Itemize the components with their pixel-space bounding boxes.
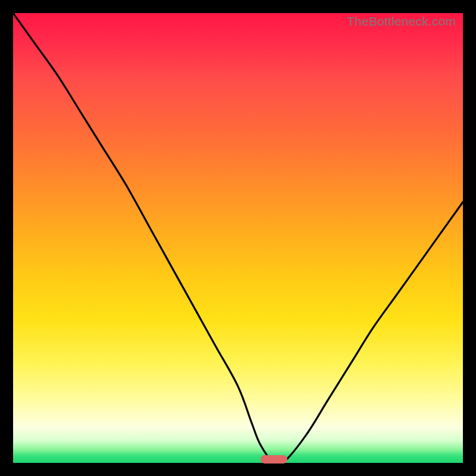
watermark-label: TheBottleneck.com bbox=[347, 14, 456, 29]
optimum-marker bbox=[261, 455, 287, 464]
plot-area: TheBottleneck.com bbox=[13, 13, 463, 463]
bottleneck-curve bbox=[13, 13, 463, 463]
chart-frame: TheBottleneck.com bbox=[0, 0, 476, 476]
curve-path bbox=[13, 13, 463, 463]
